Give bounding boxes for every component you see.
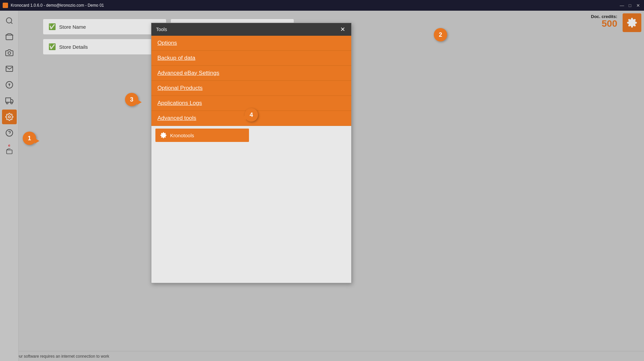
menu-item-optional-products[interactable]: Optional Products: [151, 81, 351, 96]
dialog-title-bar: Tools ✕: [151, 23, 351, 36]
menu-item-advanced-tools[interactable]: Advanced tools: [151, 111, 351, 126]
title-bar-text: Kronocard 1.0.6.0 - demo@kronozio.com - …: [11, 3, 104, 8]
dialog-title: Tools: [156, 27, 167, 32]
dialog-body: Options Backup of data Advanced eBay Set…: [151, 36, 351, 283]
window-controls: — □ ✕: [619, 2, 641, 9]
tools-dialog: Tools ✕ Options Backup of data Advanced …: [151, 23, 352, 283]
menu-item-backup[interactable]: Backup of data: [151, 51, 351, 66]
dialog-close-button[interactable]: ✕: [339, 26, 347, 32]
menu-item-advanced-ebay[interactable]: Advanced eBay Settings: [151, 66, 351, 81]
submenu-item-kronotools[interactable]: Kronotools: [155, 129, 249, 142]
submenu-area: Kronotools: [151, 126, 351, 283]
svg-point-16: [163, 135, 164, 136]
app-container: e Doc. credits: 500 ✅ Store Name ✅ Shipp…: [0, 11, 644, 361]
maximize-button[interactable]: □: [627, 2, 633, 9]
app-icon: [3, 3, 8, 8]
title-bar-left: Kronocard 1.0.6.0 - demo@kronozio.com - …: [3, 3, 104, 8]
menu-item-options[interactable]: Options: [151, 36, 351, 51]
submenu-item-kronotools-label: Kronotools: [170, 133, 194, 138]
minimize-button[interactable]: —: [619, 2, 625, 9]
menu-item-app-logs[interactable]: Applications Logs: [151, 96, 351, 111]
title-bar: Kronocard 1.0.6.0 - demo@kronozio.com - …: [0, 0, 644, 11]
close-button[interactable]: ✕: [635, 2, 641, 9]
